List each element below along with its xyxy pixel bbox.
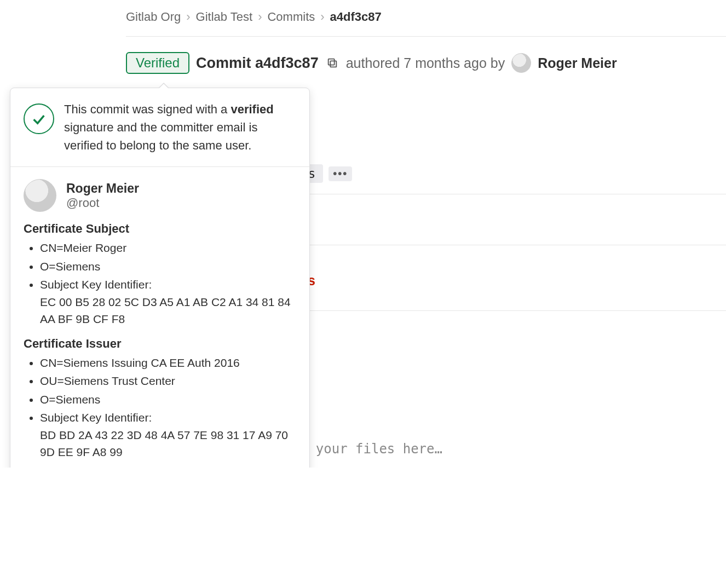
- commit-header: Verified Commit a4df3c87 authored 7 mont…: [126, 37, 726, 74]
- signer-handle[interactable]: @root: [66, 196, 139, 210]
- copy-icon: [326, 57, 338, 69]
- cert-issuer-ski-value: BD BD 2A 43 22 3D 48 4A 57 7E 98 31 17 A…: [40, 426, 296, 461]
- breadcrumb-current: a4df3c87: [330, 10, 382, 24]
- cert-subject-cn: CN=Meier Roger: [40, 239, 296, 257]
- breadcrumb: Gitlab Org › Gitlab Test › Commits › a4d…: [126, 0, 726, 37]
- signer-row: Roger Meier @root: [24, 179, 296, 212]
- signer-name: Roger Meier: [66, 181, 139, 196]
- cert-subject-ski-value: EC 00 B5 28 02 5C D3 A5 A1 AB C2 A1 34 8…: [40, 293, 296, 328]
- certificate-issuer-title: Certificate Issuer: [24, 337, 296, 351]
- chevron-right-icon: ›: [258, 10, 262, 24]
- cert-issuer-cn: CN=Siemens Issuing CA EE Auth 2016: [40, 354, 296, 372]
- breadcrumb-section[interactable]: Commits: [267, 10, 315, 24]
- popover-desc-bold: verified: [231, 102, 273, 116]
- commit-sha: a4df3c87: [255, 55, 319, 71]
- more-branches-button[interactable]: •••: [329, 166, 352, 181]
- ski-label: Subject Key Identifier:: [40, 411, 152, 424]
- cert-issuer-ou: OU=Siemens Trust Center: [40, 372, 296, 390]
- cert-issuer-ski: Subject Key Identifier: BD BD 2A 43 22 3…: [40, 409, 296, 461]
- svg-rect-1: [328, 59, 334, 65]
- popover-header: This commit was signed with a verified s…: [10, 88, 309, 167]
- breadcrumb-project[interactable]: Gitlab Test: [196, 10, 253, 24]
- ski-label: Subject Key Identifier:: [40, 278, 152, 291]
- cert-issuer-o: O=Siemens: [40, 391, 296, 408]
- verified-badge[interactable]: Verified: [126, 52, 189, 74]
- authored-text: authored 7 months ago by: [346, 55, 505, 71]
- author-avatar[interactable]: [511, 53, 531, 73]
- popover-description: This commit was signed with a verified s…: [64, 100, 296, 154]
- copy-sha-button[interactable]: [325, 56, 339, 70]
- cert-subject-ski: Subject Key Identifier: EC 00 B5 28 02 5…: [40, 276, 296, 328]
- popover-body: Roger Meier @root Certificate Subject CN…: [10, 167, 309, 468]
- breadcrumb-org[interactable]: Gitlab Org: [126, 10, 181, 24]
- commit-title: Commit a4df3c87: [196, 55, 319, 72]
- certificate-subject-title: Certificate Subject: [24, 222, 296, 236]
- certificate-issuer-list: CN=Siemens Issuing CA EE Auth 2016 OU=Si…: [24, 354, 296, 461]
- signer-avatar[interactable]: [24, 179, 56, 212]
- author-name[interactable]: Roger Meier: [538, 55, 616, 71]
- commit-title-prefix: Commit: [196, 55, 255, 71]
- signature-popover: This commit was signed with a verified s…: [10, 88, 310, 468]
- chevron-right-icon: ›: [186, 10, 190, 24]
- popover-desc-suffix: signature and the committer email is ver…: [64, 120, 257, 152]
- chevron-right-icon: ›: [320, 10, 324, 24]
- cert-subject-o: O=Siemens: [40, 258, 296, 275]
- verified-check-icon: [24, 103, 54, 134]
- popover-desc-prefix: This commit was signed with a: [64, 102, 231, 116]
- certificate-subject-list: CN=Meier Roger O=Siemens Subject Key Ide…: [24, 239, 296, 328]
- svg-rect-0: [330, 61, 336, 67]
